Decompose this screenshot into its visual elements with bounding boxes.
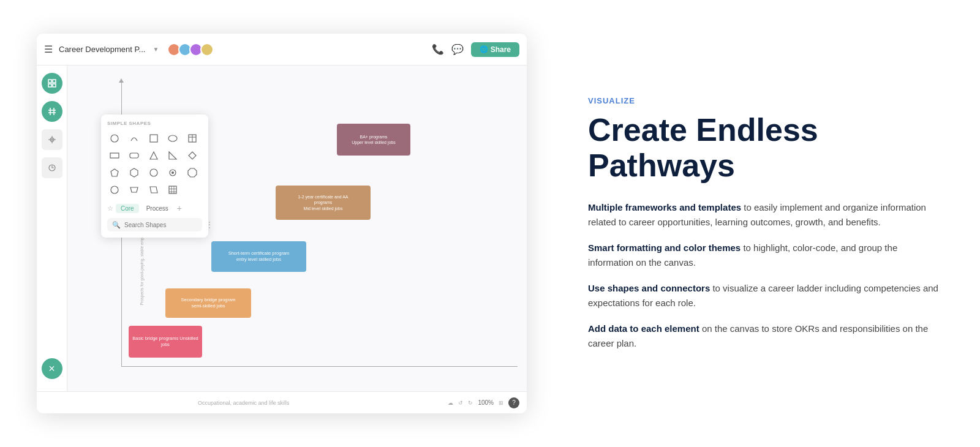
diagram-box-4: 1-2 year certificate and AAprogramsMid l… — [276, 186, 371, 220]
undo-icon[interactable]: ↺ — [458, 400, 463, 406]
dropdown-arrow-icon[interactable]: ▼ — [153, 46, 159, 53]
core-tab[interactable]: Core — [116, 204, 139, 213]
shapes-grid — [107, 131, 202, 197]
hexagon-shape[interactable] — [127, 165, 141, 180]
diagram-box-3: Short-term certificate programentry leve… — [211, 241, 306, 272]
diagram-box-2: Secondary bridge programsemi-skilled job… — [165, 288, 251, 318]
circle3-shape[interactable] — [165, 165, 180, 180]
triangle-shape[interactable] — [146, 148, 161, 163]
diagram-box-5: BA+ programsUpper level skilled jobs — [337, 124, 410, 156]
feature-bold: Use shapes and connectors — [588, 283, 710, 293]
hamburger-icon[interactable]: ☰ — [44, 43, 53, 55]
svg-marker-31 — [150, 187, 157, 193]
svg-marker-20 — [150, 152, 157, 159]
circle-shape[interactable] — [107, 131, 122, 146]
box3-label: Short-term certificate programentry leve… — [228, 250, 290, 263]
canvas-area: × Prospects for good-paying, stable empl… — [37, 66, 527, 391]
feature-list: Multiple frameworks and templates to eas… — [588, 200, 943, 351]
right-panel: VISUALIZE Create Endless Pathways Multip… — [564, 72, 980, 375]
svg-point-25 — [150, 169, 157, 176]
feature-bold: Smart formatting and color themes — [588, 242, 741, 253]
feature-bold: Add data to each element — [588, 323, 699, 334]
right-triangle-shape[interactable] — [165, 148, 180, 163]
table-shape[interactable] — [185, 131, 200, 146]
box1-label: Basic bridge programs Unskilled jobs — [131, 336, 200, 348]
svg-rect-19 — [130, 153, 138, 158]
toolbar: ☰ Career Development P... ▼ 📞 💬 🌐 Share — [37, 34, 527, 66]
shapes-panel: SIMPLE SHAPES — [101, 115, 208, 238]
search-shapes-container[interactable]: 🔍 ⋮ — [107, 218, 202, 231]
svg-marker-22 — [189, 152, 196, 159]
ellipse2-shape[interactable] — [107, 182, 122, 197]
circle2-shape[interactable] — [146, 165, 161, 180]
share-label: Share — [491, 45, 511, 54]
diamond-shape[interactable] — [185, 148, 200, 163]
phone-icon[interactable]: 📞 — [432, 43, 444, 55]
svg-rect-13 — [150, 135, 157, 142]
box2-label: Secondary bridge programsemi-skilled job… — [181, 297, 236, 309]
feature-item: Multiple frameworks and templates to eas… — [588, 200, 943, 230]
ellipse-shape[interactable] — [165, 131, 180, 146]
left-panel: ☰ Career Development P... ▼ 📞 💬 🌐 Share — [0, 0, 564, 447]
shape-icon-btn[interactable] — [42, 157, 62, 178]
feature-item: Smart formatting and color themes to hig… — [588, 241, 943, 270]
svg-rect-32 — [169, 186, 176, 193]
toolbar-icons: 📞 💬 🌐 Share — [432, 42, 519, 57]
document-title[interactable]: Career Development P... — [59, 45, 145, 54]
pentagon-shape[interactable] — [107, 165, 122, 180]
redo-icon[interactable]: ↻ — [468, 400, 473, 406]
hashtag-icon-btn[interactable] — [42, 101, 62, 122]
rect-shape[interactable] — [107, 148, 122, 163]
search-shapes-input[interactable] — [124, 222, 202, 228]
zoom-level[interactable]: 100% — [478, 399, 494, 406]
star-icon[interactable]: ☆ — [107, 205, 113, 212]
section-label: VISUALIZE — [588, 96, 943, 105]
main-heading: Create Endless Pathways — [588, 113, 943, 182]
svg-point-29 — [111, 186, 118, 193]
feature-bold: Multiple frameworks and templates — [588, 202, 741, 212]
x-axis-label-status: Occupational, academic and life skills — [44, 400, 443, 406]
svg-point-27 — [172, 171, 174, 174]
box4-label: 1-2 year certificate and AAprogramsMid l… — [298, 194, 348, 211]
parallelogram-shape[interactable] — [146, 182, 161, 197]
svg-rect-3 — [53, 84, 56, 87]
svg-marker-28 — [188, 168, 197, 177]
avatar-group — [170, 43, 214, 56]
svg-rect-18 — [110, 153, 119, 158]
diagram-box-1: Basic bridge programs Unskilled jobs — [129, 326, 202, 358]
svg-rect-1 — [53, 80, 56, 83]
box5-label: BA+ programsUpper level skilled jobs — [352, 134, 396, 145]
grid2-shape[interactable] — [165, 182, 180, 197]
share-button[interactable]: 🌐 Share — [471, 42, 519, 57]
left-sidebar: × — [37, 66, 67, 391]
avatar — [200, 43, 214, 56]
help-icon[interactable]: ? — [508, 397, 519, 408]
feature-item: Use shapes and connectors to visualize a… — [588, 281, 943, 310]
process-tab[interactable]: Process — [141, 204, 173, 213]
crosshair-icon-btn[interactable] — [42, 129, 62, 150]
share-icon: 🌐 — [480, 45, 488, 53]
cloud-icon: ☁ — [448, 400, 453, 406]
close-btn[interactable]: × — [42, 358, 62, 379]
chat-icon[interactable]: 💬 — [451, 43, 464, 55]
svg-rect-0 — [48, 80, 51, 83]
arc-shape[interactable] — [127, 131, 141, 146]
shapes-panel-title: SIMPLE SHAPES — [107, 121, 202, 126]
svg-point-12 — [111, 135, 118, 142]
status-bar: Occupational, academic and life skills ☁… — [37, 391, 527, 413]
feature-item: Add data to each element on the canvas t… — [588, 321, 943, 351]
grid-icon-btn[interactable] — [42, 73, 62, 94]
more-options-icon[interactable]: ⋮ — [206, 220, 213, 229]
add-tab-icon[interactable]: + — [177, 203, 182, 213]
app-window: ☰ Career Development P... ▼ 📞 💬 🌐 Share — [37, 34, 527, 413]
shapes-tabs: ☆ Core Process + — [107, 203, 202, 213]
svg-rect-2 — [48, 84, 51, 87]
svg-point-14 — [168, 135, 177, 141]
square-shape[interactable] — [146, 131, 161, 146]
octagon-shape[interactable] — [185, 165, 200, 180]
trapezoid-shape[interactable] — [127, 182, 141, 197]
search-icon: 🔍 — [112, 221, 121, 229]
grid-view-icon[interactable]: ⊞ — [499, 400, 503, 406]
main-canvas[interactable]: Prospects for good-paying, stable employ… — [67, 66, 527, 391]
rounded-rect-shape[interactable] — [127, 148, 141, 163]
